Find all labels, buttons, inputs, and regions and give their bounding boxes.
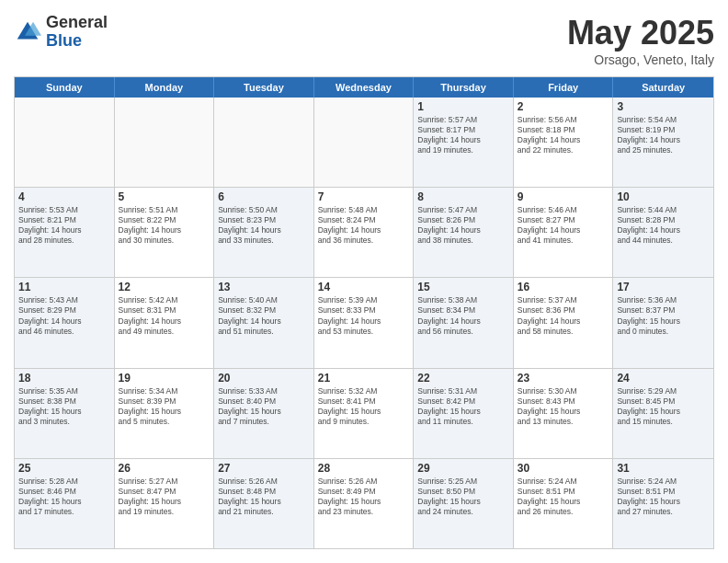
calendar-cell-20: 20Sunrise: 5:33 AM Sunset: 8:40 PM Dayli… (214, 369, 314, 458)
day-info: Sunrise: 5:33 AM Sunset: 8:40 PM Dayligh… (218, 386, 310, 427)
logo-general-text: General (46, 14, 108, 32)
logo-icon (14, 18, 41, 46)
day-number: 7 (318, 190, 410, 203)
calendar-cell-26: 26Sunrise: 5:27 AM Sunset: 8:47 PM Dayli… (115, 459, 215, 548)
calendar-cell-18: 18Sunrise: 5:35 AM Sunset: 8:38 PM Dayli… (15, 369, 115, 458)
calendar-cell-24: 24Sunrise: 5:29 AM Sunset: 8:45 PM Dayli… (613, 369, 713, 458)
calendar-cell-17: 17Sunrise: 5:36 AM Sunset: 8:37 PM Dayli… (613, 278, 713, 367)
calendar-title: May 2025 (567, 14, 714, 52)
day-number: 3 (617, 100, 710, 113)
header-day-wednesday: Wednesday (314, 77, 415, 98)
calendar-cell-5: 5Sunrise: 5:51 AM Sunset: 8:22 PM Daylig… (115, 188, 215, 277)
calendar-cell-4: 4Sunrise: 5:53 AM Sunset: 8:21 PM Daylig… (15, 188, 115, 277)
calendar-cell-28: 28Sunrise: 5:26 AM Sunset: 8:49 PM Dayli… (314, 459, 415, 548)
day-info: Sunrise: 5:50 AM Sunset: 8:23 PM Dayligh… (218, 205, 310, 246)
day-number: 2 (518, 100, 609, 113)
calendar-cell-12: 12Sunrise: 5:42 AM Sunset: 8:31 PM Dayli… (115, 278, 215, 367)
day-info: Sunrise: 5:35 AM Sunset: 8:38 PM Dayligh… (18, 386, 110, 427)
day-info: Sunrise: 5:46 AM Sunset: 8:27 PM Dayligh… (518, 205, 609, 246)
day-info: Sunrise: 5:56 AM Sunset: 8:18 PM Dayligh… (518, 115, 609, 155)
day-info: Sunrise: 5:51 AM Sunset: 8:22 PM Dayligh… (119, 205, 210, 246)
calendar-subtitle: Orsago, Veneto, Italy (567, 52, 714, 67)
day-info: Sunrise: 5:32 AM Sunset: 8:41 PM Dayligh… (318, 386, 410, 427)
header-day-saturday: Saturday (613, 77, 713, 98)
day-info: Sunrise: 5:42 AM Sunset: 8:31 PM Dayligh… (119, 295, 210, 336)
day-info: Sunrise: 5:29 AM Sunset: 8:45 PM Dayligh… (617, 386, 710, 427)
header: General Blue May 2025 Orsago, Veneto, It… (14, 14, 714, 67)
calendar-cell-29: 29Sunrise: 5:25 AM Sunset: 8:50 PM Dayli… (414, 459, 514, 548)
day-info: Sunrise: 5:34 AM Sunset: 8:39 PM Dayligh… (119, 386, 210, 427)
logo-blue-text: Blue (46, 32, 108, 51)
day-number: 12 (119, 281, 210, 293)
day-info: Sunrise: 5:47 AM Sunset: 8:26 PM Dayligh… (417, 205, 509, 246)
day-number: 18 (18, 372, 110, 385)
day-number: 17 (617, 281, 710, 293)
calendar-cell-11: 11Sunrise: 5:43 AM Sunset: 8:29 PM Dayli… (15, 278, 115, 367)
calendar-cell-31: 31Sunrise: 5:24 AM Sunset: 8:51 PM Dayli… (613, 459, 713, 548)
calendar-cell-23: 23Sunrise: 5:30 AM Sunset: 8:43 PM Dayli… (514, 369, 614, 458)
day-number: 30 (518, 462, 609, 475)
calendar-cell-13: 13Sunrise: 5:40 AM Sunset: 8:32 PM Dayli… (214, 278, 314, 367)
day-number: 31 (617, 462, 710, 475)
calendar-row-2: 11Sunrise: 5:43 AM Sunset: 8:29 PM Dayli… (15, 278, 713, 368)
header-day-thursday: Thursday (414, 77, 514, 98)
page: General Blue May 2025 Orsago, Veneto, It… (0, 0, 728, 563)
calendar-cell-1: 1Sunrise: 5:57 AM Sunset: 8:17 PM Daylig… (414, 98, 514, 187)
logo: General Blue (14, 14, 108, 51)
calendar-cell-14: 14Sunrise: 5:39 AM Sunset: 8:33 PM Dayli… (314, 278, 415, 367)
calendar-cell-30: 30Sunrise: 5:24 AM Sunset: 8:51 PM Dayli… (514, 459, 614, 548)
header-day-monday: Monday (115, 77, 215, 98)
day-number: 22 (417, 372, 509, 385)
calendar-cell-empty-0-2 (214, 98, 314, 187)
day-info: Sunrise: 5:39 AM Sunset: 8:33 PM Dayligh… (318, 295, 410, 336)
calendar-cell-empty-0-3 (314, 98, 415, 187)
calendar-cell-27: 27Sunrise: 5:26 AM Sunset: 8:48 PM Dayli… (214, 459, 314, 548)
calendar-header: SundayMondayTuesdayWednesdayThursdayFrid… (15, 77, 713, 98)
calendar-cell-15: 15Sunrise: 5:38 AM Sunset: 8:34 PM Dayli… (414, 278, 514, 367)
day-number: 23 (518, 372, 609, 385)
day-info: Sunrise: 5:38 AM Sunset: 8:34 PM Dayligh… (417, 295, 509, 336)
calendar-row-3: 18Sunrise: 5:35 AM Sunset: 8:38 PM Dayli… (15, 369, 713, 459)
day-info: Sunrise: 5:24 AM Sunset: 8:51 PM Dayligh… (518, 477, 609, 517)
day-number: 4 (18, 190, 110, 203)
calendar-row-0: 1Sunrise: 5:57 AM Sunset: 8:17 PM Daylig… (15, 98, 713, 188)
day-info: Sunrise: 5:28 AM Sunset: 8:46 PM Dayligh… (18, 477, 110, 517)
day-number: 9 (518, 190, 609, 203)
day-number: 11 (18, 281, 110, 293)
day-number: 13 (218, 281, 310, 293)
day-number: 27 (218, 462, 310, 475)
day-number: 25 (18, 462, 110, 475)
day-info: Sunrise: 5:36 AM Sunset: 8:37 PM Dayligh… (617, 295, 710, 336)
header-day-friday: Friday (514, 77, 614, 98)
day-info: Sunrise: 5:30 AM Sunset: 8:43 PM Dayligh… (518, 386, 609, 427)
calendar-cell-9: 9Sunrise: 5:46 AM Sunset: 8:27 PM Daylig… (514, 188, 614, 277)
day-info: Sunrise: 5:26 AM Sunset: 8:49 PM Dayligh… (318, 477, 410, 517)
logo-text: General Blue (46, 14, 108, 51)
day-number: 6 (218, 190, 310, 203)
calendar-cell-19: 19Sunrise: 5:34 AM Sunset: 8:39 PM Dayli… (115, 369, 215, 458)
calendar-cell-empty-0-0 (15, 98, 115, 187)
day-info: Sunrise: 5:24 AM Sunset: 8:51 PM Dayligh… (617, 477, 710, 517)
calendar-body: 1Sunrise: 5:57 AM Sunset: 8:17 PM Daylig… (15, 98, 713, 548)
day-info: Sunrise: 5:43 AM Sunset: 8:29 PM Dayligh… (18, 295, 110, 336)
day-info: Sunrise: 5:44 AM Sunset: 8:28 PM Dayligh… (617, 205, 710, 246)
calendar-cell-empty-0-1 (115, 98, 215, 187)
calendar-cell-10: 10Sunrise: 5:44 AM Sunset: 8:28 PM Dayli… (613, 188, 713, 277)
day-number: 10 (617, 190, 710, 203)
day-info: Sunrise: 5:25 AM Sunset: 8:50 PM Dayligh… (417, 477, 509, 517)
day-info: Sunrise: 5:40 AM Sunset: 8:32 PM Dayligh… (218, 295, 310, 336)
calendar-cell-25: 25Sunrise: 5:28 AM Sunset: 8:46 PM Dayli… (15, 459, 115, 548)
day-number: 8 (417, 190, 509, 203)
day-number: 19 (119, 372, 210, 385)
calendar-cell-8: 8Sunrise: 5:47 AM Sunset: 8:26 PM Daylig… (414, 188, 514, 277)
calendar-row-4: 25Sunrise: 5:28 AM Sunset: 8:46 PM Dayli… (15, 459, 713, 548)
day-number: 24 (617, 372, 710, 385)
day-info: Sunrise: 5:31 AM Sunset: 8:42 PM Dayligh… (417, 386, 509, 427)
header-day-tuesday: Tuesday (214, 77, 314, 98)
day-number: 1 (417, 100, 509, 113)
day-info: Sunrise: 5:37 AM Sunset: 8:36 PM Dayligh… (518, 295, 609, 336)
day-number: 21 (318, 372, 410, 385)
calendar-cell-2: 2Sunrise: 5:56 AM Sunset: 8:18 PM Daylig… (514, 98, 614, 187)
day-info: Sunrise: 5:48 AM Sunset: 8:24 PM Dayligh… (318, 205, 410, 246)
calendar-cell-3: 3Sunrise: 5:54 AM Sunset: 8:19 PM Daylig… (613, 98, 713, 187)
